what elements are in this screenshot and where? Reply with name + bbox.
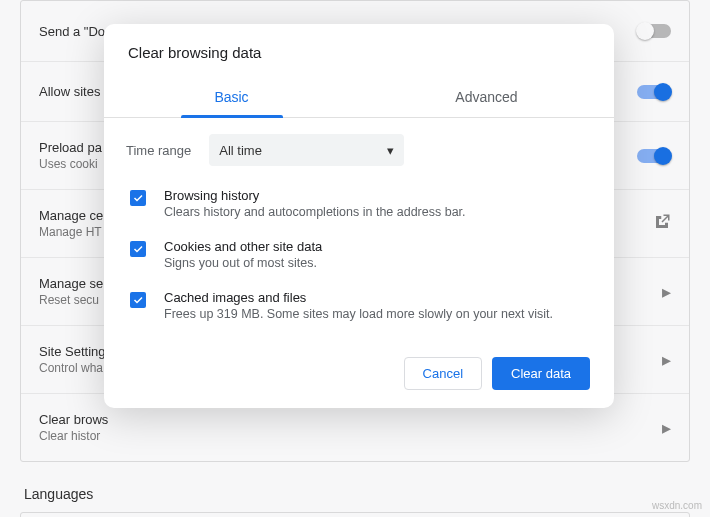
time-range-select[interactable]: All time ▾	[209, 134, 404, 166]
tab-advanced[interactable]: Advanced	[359, 79, 614, 117]
checkbox-cookies[interactable]	[130, 241, 146, 257]
cancel-button[interactable]: Cancel	[404, 357, 482, 390]
clear-browsing-dialog: Clear browsing data Basic Advanced Time …	[104, 24, 614, 408]
option-cookies[interactable]: Cookies and other site data Signs you ou…	[104, 229, 614, 280]
option-cache[interactable]: Cached images and files Frees up 319 MB.…	[104, 280, 614, 331]
dropdown-icon: ▾	[387, 143, 394, 158]
dialog-tabs: Basic Advanced	[104, 79, 614, 118]
option-browsing-history[interactable]: Browsing history Clears history and auto…	[104, 178, 614, 229]
dialog-title: Clear browsing data	[104, 24, 614, 79]
watermark: wsxdn.com	[652, 500, 702, 511]
checkbox-history[interactable]	[130, 190, 146, 206]
time-range-label: Time range	[126, 143, 191, 158]
clear-data-button[interactable]: Clear data	[492, 357, 590, 390]
tab-basic[interactable]: Basic	[104, 79, 359, 117]
checkbox-cache[interactable]	[130, 292, 146, 308]
